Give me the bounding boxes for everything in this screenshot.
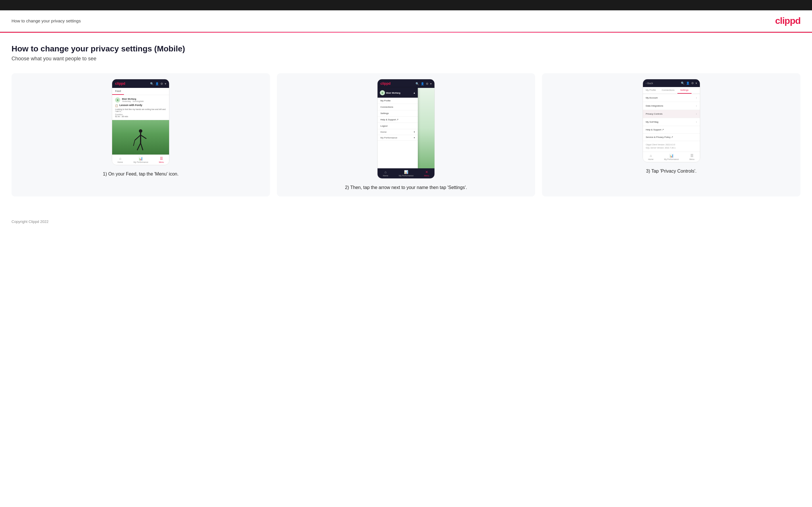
- step-2-card: clippd 🔍 👤 ⚙ ▾: [277, 73, 536, 196]
- logo: clippd: [775, 15, 801, 26]
- chart-icon: 📊: [139, 157, 143, 161]
- chevron-down-icon: ▾: [165, 82, 166, 85]
- performance-section-label: My Performance: [380, 136, 397, 139]
- username: Blair McHarg: [122, 98, 144, 100]
- privacycontrols-label: Privacy Controls: [646, 113, 662, 115]
- search-icon-2: 🔍: [415, 82, 419, 85]
- back-button[interactable]: ‹ Back: [646, 82, 653, 85]
- menu-section-home[interactable]: Home ▾: [377, 129, 418, 135]
- phone1-bottom-bar: ⌂ Home 📊 My Performance ☰ Menu: [112, 155, 169, 165]
- close-icon: ✕: [425, 170, 428, 174]
- home-chevron: ▾: [414, 131, 415, 133]
- version-client: Clippd Client Version: 2022.8.3-3: [646, 143, 697, 147]
- list-item-helpsupport[interactable]: Help & Support ↗: [643, 126, 700, 133]
- performance-label-2: My Performance: [399, 175, 413, 177]
- phone1-logo: clippd: [115, 81, 125, 86]
- lesson-title: Lesson with Fordy: [119, 104, 142, 107]
- search-icon: 🔍: [150, 82, 154, 85]
- settings-icon: ⚙: [160, 82, 163, 85]
- menu-item-connections[interactable]: Connections: [377, 104, 418, 110]
- phone-2-mockup: clippd 🔍 👤 ⚙ ▾: [377, 79, 435, 179]
- helpsupport-label: Help & Support ↗: [646, 128, 664, 131]
- header: How to change your privacy settings clip…: [0, 10, 812, 32]
- phone-3-mockup: ‹ Back 🔍 👤 ⚙ ▾ My Profile Connections Se…: [643, 79, 700, 162]
- menu-item-myprofile[interactable]: My Profile: [377, 98, 418, 104]
- menu-item-logout[interactable]: Logout: [377, 123, 418, 129]
- svg-point-0: [139, 129, 142, 133]
- list-item-serviceprivacy[interactable]: Service & Privacy Policy ↗: [643, 133, 700, 141]
- svg-line-2: [135, 135, 141, 140]
- list-item-dataintegrations[interactable]: Data Integrations ›: [643, 102, 700, 110]
- mygolfbag-label: My Golf Bag: [646, 121, 658, 123]
- menu-avatar: B: [380, 90, 385, 95]
- chevron-down-icon-2: ▾: [430, 82, 432, 85]
- phone2-menu: B Blair McHarg ▲ My Profile Connections …: [377, 88, 418, 168]
- settings-icon-3: ⚙: [691, 81, 694, 85]
- version-server: GQL Server Version: 2022.7.30-1: [646, 147, 697, 150]
- profile-icon-3: 👤: [686, 81, 690, 85]
- phone-1-mockup: clippd 🔍 👤 ⚙ ▾ Feed B: [112, 79, 169, 165]
- step-3-card: ‹ Back 🔍 👤 ⚙ ▾ My Profile Connections Se…: [542, 73, 801, 196]
- step-2-caption: 2) Then, tap the arrow next to your name…: [345, 184, 467, 191]
- tab-settings[interactable]: Settings: [677, 87, 692, 94]
- chart-icon-3: 📊: [669, 154, 674, 158]
- phone2-icons: 🔍 👤 ⚙ ▾: [415, 82, 432, 85]
- phone2-logo: clippd: [380, 81, 391, 86]
- menu-tab: ☰ Menu: [159, 157, 164, 163]
- home-tab: ⌂ Home: [117, 157, 123, 163]
- main-content: How to change your privacy settings (Mob…: [0, 33, 812, 214]
- serviceprivacy-label: Service & Privacy Policy ↗: [646, 136, 673, 138]
- svg-line-6: [134, 140, 135, 146]
- page-subheading: Choose what you want people to see: [11, 56, 801, 62]
- top-bar: [0, 0, 812, 10]
- phone3-menu-tab: ☰ Menu: [690, 154, 695, 160]
- list-item-privacycontrols[interactable]: Privacy Controls ›: [643, 110, 700, 118]
- myaccount-label: My Account: [646, 97, 658, 99]
- list-item-myaccount[interactable]: My Account ›: [643, 94, 700, 102]
- list-item-mygolfbag[interactable]: My Golf Bag ›: [643, 118, 700, 126]
- step-1-card: clippd 🔍 👤 ⚙ ▾ Feed B: [11, 73, 270, 196]
- tab-myprofile[interactable]: My Profile: [643, 87, 659, 94]
- profile-icon: 👤: [155, 82, 159, 85]
- menu-item-settings[interactable]: Settings: [377, 110, 418, 117]
- phone3-header: ‹ Back 🔍 👤 ⚙ ▾: [643, 79, 700, 87]
- phone2-bottom-bar: ⌂ Home 📊 My Performance ✕ Menu: [377, 168, 435, 178]
- mygolfbag-chevron: ›: [696, 120, 697, 123]
- chart-icon-2: 📊: [404, 170, 408, 174]
- menu-section-performance[interactable]: My Performance ▾: [377, 135, 418, 141]
- menu-collapse-icon: ▲: [413, 92, 415, 94]
- menu-label-3: Menu: [690, 158, 695, 160]
- home-section-label: Home: [380, 131, 387, 133]
- menu-icon-3: ☰: [691, 154, 694, 158]
- phone2-menu-tab: ✕ Menu: [424, 170, 429, 177]
- search-icon-3: 🔍: [681, 81, 684, 85]
- page-heading: How to change your privacy settings (Mob…: [11, 44, 801, 53]
- chevron-down-icon-3: ▾: [696, 81, 697, 85]
- home-icon: ⌂: [119, 157, 121, 161]
- svg-line-4: [137, 143, 141, 150]
- home-label: Home: [117, 161, 123, 163]
- post-date: Yesterday · Sunningdale: [122, 100, 144, 102]
- menu-label: Menu: [159, 161, 164, 163]
- menu-username: Blair McHarg: [386, 92, 400, 94]
- tab-connections[interactable]: Connections: [659, 87, 677, 94]
- version-info: Clippd Client Version: 2022.8.3-3 GQL Se…: [643, 141, 700, 152]
- dataintegrations-label: Data Integrations: [646, 105, 663, 107]
- performance-label: My Performance: [134, 161, 148, 163]
- settings-icon-2: ⚙: [426, 82, 428, 85]
- myaccount-chevron: ›: [696, 96, 697, 99]
- home-icon-3: ⌂: [650, 154, 652, 158]
- phone3-home-tab: ⌂ Home: [648, 154, 654, 160]
- copyright: Copyright Clippd 2022: [11, 219, 49, 224]
- menu-item-help[interactable]: Help & Support ↗: [377, 117, 418, 123]
- steps-grid: clippd 🔍 👤 ⚙ ▾ Feed B: [11, 73, 801, 196]
- performance-label-3: My Performance: [664, 158, 679, 160]
- performance-chevron: ▾: [414, 136, 415, 139]
- menu-label-2: Menu: [424, 175, 429, 177]
- duration: Duration01 hr : 30 min: [115, 113, 166, 117]
- phone3-icons: 🔍 👤 ⚙ ▾: [681, 81, 697, 85]
- step-3-caption: 3) Tap 'Privacy Controls'.: [646, 168, 697, 174]
- phone3-tabs: My Profile Connections Settings: [643, 87, 700, 94]
- svg-line-3: [141, 135, 146, 139]
- privacycontrols-chevron: ›: [696, 112, 697, 115]
